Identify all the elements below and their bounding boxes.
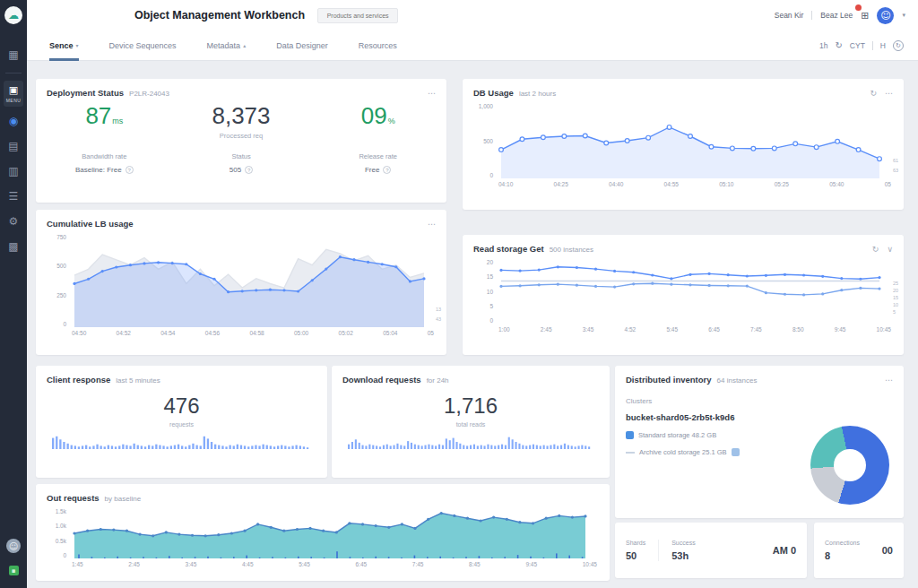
- mini-stat-shards: Shards 50: [626, 540, 659, 561]
- card-title: Deployment Status: [47, 88, 124, 98]
- inventory-body: Clusters bucket-shard05-2rb5t-k9d6 Stand…: [615, 388, 904, 505]
- tick-label: 05:25: [775, 181, 789, 187]
- topbar-right: Sean Kir Beaz Lee ⊞ ☺ ▾: [775, 7, 905, 24]
- page-title: Object Management Workbench: [134, 9, 305, 22]
- lb-usage-chart: [72, 234, 427, 327]
- client-sparkline: [52, 435, 310, 449]
- gear-icon[interactable]: ⚙: [9, 209, 19, 234]
- stat-value: 09: [361, 102, 387, 129]
- tick-label: 0: [489, 172, 493, 178]
- tick-label: 250: [56, 292, 66, 298]
- auto-refresh-icon[interactable]: ↻: [893, 40, 904, 51]
- tab-label: Sence: [49, 41, 74, 50]
- more-icon[interactable]: ⋯: [885, 89, 893, 98]
- stat-caption: Processed req: [173, 132, 310, 140]
- tabbar-controls: 1h ↻ CYT H ↻: [819, 40, 904, 51]
- tick-label: 0: [63, 321, 66, 327]
- stat-value: 87: [85, 102, 111, 129]
- tab-metadata[interactable]: Metadata ▴: [207, 30, 247, 61]
- list-icon[interactable]: ☰: [9, 184, 19, 209]
- x-axis: 1:002:453:454:525:456:457:458:509:4510:4…: [498, 324, 891, 333]
- big-value: 1,716: [332, 393, 610, 419]
- apps-grid-icon[interactable]: ⊞: [861, 10, 869, 22]
- more-icon[interactable]: ⋯: [428, 220, 436, 229]
- tick-label: 05: [428, 330, 434, 336]
- tick-label: 10: [893, 302, 898, 307]
- mini-value: 50: [626, 550, 645, 561]
- card-title: Download requests: [342, 375, 421, 385]
- tick-label: 5:45: [299, 561, 310, 567]
- tab-device-sequences[interactable]: Device Sequences: [109, 30, 177, 61]
- mini-label: Connections: [825, 540, 860, 546]
- card-subtitle: P2LR-24043: [129, 90, 169, 98]
- storage-icon[interactable]: ▥: [8, 159, 18, 184]
- tick-label: 3:45: [583, 326, 594, 333]
- tab-sence[interactable]: Sence ▾: [49, 30, 79, 61]
- refresh-icon[interactable]: ↻: [872, 245, 879, 254]
- help-icon[interactable]: ?: [245, 166, 253, 174]
- legend-marker: [732, 448, 740, 456]
- tick-label: 3:45: [186, 561, 197, 567]
- stats-footer: Bandwidth rate Baseline: Free? Status 50…: [36, 152, 446, 174]
- timezone-label[interactable]: CYT: [850, 41, 865, 50]
- more-icon[interactable]: ⋯: [885, 376, 893, 385]
- refresh-icon[interactable]: ↻: [870, 89, 877, 98]
- user-avatar[interactable]: ☺: [877, 7, 894, 24]
- card-client-response: Client response last 5 minutes 476 reque…: [36, 366, 327, 478]
- grid-icon[interactable]: ▩: [8, 234, 18, 259]
- tick-label: 10:45: [583, 561, 597, 567]
- chevron-down-icon[interactable]: ∨: [887, 245, 893, 254]
- shortcut-label[interactable]: H: [880, 41, 886, 50]
- more-icon[interactable]: ⋯: [428, 89, 436, 98]
- stat-release: 09%: [309, 103, 446, 140]
- tick-label: 15: [893, 295, 898, 300]
- tick-label: 1.5k: [56, 508, 66, 514]
- y-axis: 1,0005000: [468, 103, 498, 178]
- header-link-messages[interactable]: Beaz Lee: [820, 11, 853, 20]
- tick-label: 1:45: [72, 561, 83, 567]
- tick-label: 05:04: [383, 330, 397, 336]
- card-subtitle: last 2 hours: [519, 90, 556, 98]
- right-axis: 1343: [436, 307, 441, 322]
- layers-icon[interactable]: ▤: [8, 134, 18, 159]
- time-range-select[interactable]: 1h: [819, 41, 827, 50]
- help-icon[interactable]: ?: [126, 166, 134, 174]
- stat-processed: 8,373 Processed req: [173, 103, 310, 140]
- apps-icon[interactable]: ▦: [8, 42, 18, 67]
- tick-label: 20: [893, 288, 898, 293]
- tick-label: 13: [436, 307, 441, 312]
- tick-label: 2:45: [128, 561, 140, 567]
- tick-label: 10:45: [877, 326, 891, 333]
- sidebar-item-menu[interactable]: ▣ MENU: [4, 81, 24, 107]
- chevron-down-icon[interactable]: ▾: [902, 12, 905, 19]
- mini-label: Success: [671, 540, 695, 546]
- status-green-icon[interactable]: ▪: [9, 566, 19, 575]
- refresh-icon[interactable]: ↻: [835, 40, 842, 50]
- header-link-account[interactable]: Sean Kir: [775, 11, 804, 20]
- tick-label: 1.0k: [56, 523, 66, 529]
- tab-label: Metadata: [207, 41, 241, 50]
- help-icon[interactable]: ?: [383, 166, 391, 174]
- dashboard-dot-icon[interactable]: ◉: [9, 108, 18, 134]
- tab-data-designer[interactable]: Data Designer: [276, 30, 328, 61]
- sidebar-avatar[interactable]: ☺: [6, 539, 21, 553]
- instance-id[interactable]: bucket-shard05-2rb5t-k9d6: [626, 412, 893, 422]
- y-axis: 7505002500: [41, 234, 72, 327]
- tick-label: 15: [487, 273, 493, 280]
- right-axis: 6163: [893, 158, 898, 173]
- search-input[interactable]: [317, 8, 398, 23]
- cloud-logo-icon[interactable]: ☁: [4, 6, 22, 24]
- card-lb-usage: Cumulative LB usage ⋯ 7505002500 04:5004…: [36, 210, 446, 355]
- tab-resources[interactable]: Resources: [359, 30, 397, 61]
- tick-label: 6:45: [355, 561, 367, 567]
- sidebar-divider: [5, 73, 22, 74]
- tick-label: 7:45: [412, 561, 424, 567]
- card-subtitle: last 5 minutes: [116, 376, 160, 385]
- tick-label: 04:56: [205, 330, 220, 336]
- footer-label: Release rate: [309, 152, 446, 160]
- big-caption: total reads: [332, 421, 610, 428]
- big-caption: requests: [36, 421, 327, 428]
- x-axis: 04:1004:2504:4004:5505:1005:2505:4005: [498, 178, 891, 187]
- tick-label: 0: [489, 317, 493, 324]
- caret-up-icon: ▴: [243, 42, 246, 48]
